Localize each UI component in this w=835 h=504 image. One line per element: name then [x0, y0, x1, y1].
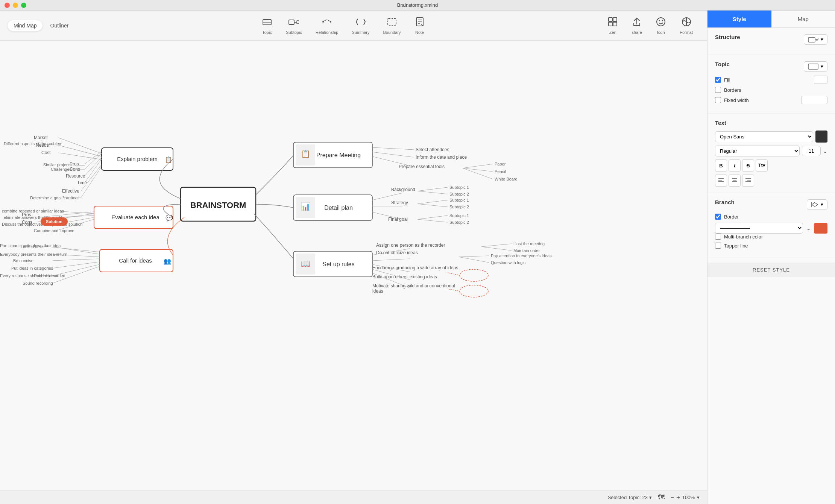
svg-point-18 [662, 20, 663, 21]
align-buttons [715, 175, 827, 187]
topic-row: Topic ▾ [715, 61, 827, 72]
reset-section: RESET STYLE [707, 258, 835, 282]
fill-label: Fill [724, 77, 730, 83]
maximize-button[interactable] [21, 3, 26, 8]
topic-title: Topic [715, 61, 730, 67]
svg-point-17 [659, 20, 660, 21]
text-title: Text [715, 120, 827, 126]
branch-color-swatch[interactable] [814, 223, 827, 234]
zoom-out-button[interactable]: − [671, 494, 674, 501]
toolbar-share[interactable]: share [625, 14, 649, 38]
window-title: Brainstormg.xmind [397, 2, 438, 8]
toolbar-format[interactable]: Format [673, 14, 700, 38]
titlebar: Brainstormg.xmind [0, 0, 835, 11]
tab-style[interactable]: Style [707, 11, 771, 27]
toolbar-note[interactable]: Note [408, 14, 432, 38]
multi-branch-checkbox[interactable] [715, 234, 721, 240]
toolbar-icon[interactable]: Icon [649, 14, 673, 38]
toolbar-summary[interactable]: Summary [345, 14, 376, 38]
reset-style-button[interactable]: RESET STYLE [707, 263, 835, 277]
font-style-select[interactable]: Regular [715, 146, 800, 156]
toolbar-boundary[interactable]: Boundary [376, 14, 407, 38]
align-center-button[interactable] [729, 175, 741, 187]
fill-color-swatch[interactable] [814, 76, 827, 84]
branch-shape-button[interactable]: ▾ [807, 199, 827, 210]
topic-icon [262, 17, 272, 29]
note-label: Note [415, 30, 424, 35]
svg-point-156 [816, 39, 818, 41]
svg-text:Question with logic: Question with logic [491, 260, 526, 265]
tapper-line-label: Tapper line [724, 243, 748, 249]
text-color-swatch[interactable] [815, 131, 827, 143]
align-left-button[interactable] [715, 175, 727, 187]
svg-rect-14 [609, 22, 612, 26]
tab-map[interactable]: Map [771, 11, 835, 27]
canvas[interactable]: BRAINSTORM Explain problem 📋 Market Need… [0, 41, 707, 504]
zoom-in-button[interactable]: + [676, 494, 680, 501]
font-row: Open Sans [715, 131, 827, 143]
zoom-controls: − + 100% ▾ [671, 494, 700, 501]
bold-button[interactable]: B [715, 159, 727, 172]
svg-text:Assign one person as the recor: Assign one person as the recorder [376, 243, 445, 248]
svg-text:Subtopic 1: Subtopic 1 [449, 213, 469, 218]
branch-row: Branch ▾ [715, 199, 827, 210]
minimize-button[interactable] [13, 3, 18, 8]
toolbar-zen[interactable]: Zen [601, 14, 625, 38]
chevron-down-icon[interactable]: ▾ [649, 495, 652, 500]
align-right-button[interactable] [742, 175, 754, 187]
borders-checkbox[interactable] [715, 87, 721, 93]
line-style-select[interactable]: —————— [715, 223, 803, 234]
summary-icon [355, 17, 366, 29]
selected-topic-item: Selected Topic: 23 ▾ [608, 495, 652, 500]
svg-rect-15 [613, 22, 617, 26]
topic-dropdown-icon: ▾ [821, 64, 823, 69]
format-dropdown-button[interactable]: Tt ▾ [756, 159, 768, 172]
italic-button[interactable]: I [729, 159, 741, 172]
style-size-row: Regular ⌄ [715, 146, 827, 156]
svg-text:Participants write down their : Participants write down their idea [0, 243, 61, 248]
statusbar: Selected Topic: 23 ▾ 🗺 − + 100% ▾ [0, 490, 707, 504]
zen-label: Zen [609, 30, 616, 35]
emoji-icon [656, 17, 666, 29]
summary-label: Summary [352, 30, 369, 35]
toolbar-subtopic[interactable]: Subtopic [279, 14, 309, 38]
selected-topic-count: 23 [642, 495, 648, 500]
format-buttons-row: B I S Tt ▾ [715, 159, 827, 172]
close-button[interactable] [5, 3, 10, 8]
fixed-width-checkbox[interactable] [715, 97, 721, 103]
fill-row: Fill [715, 76, 827, 84]
svg-text:Call for ideas: Call for ideas [119, 257, 152, 264]
selected-topic-label: Selected Topic: [608, 495, 641, 500]
border-checkbox[interactable] [715, 214, 721, 220]
subtopic-label: Subtopic [286, 30, 302, 35]
multi-branch-row: Multi-branch color [715, 234, 827, 240]
topic-shape-button[interactable]: ▾ [804, 61, 827, 72]
zoom-dropdown-icon[interactable]: ▾ [697, 495, 700, 500]
format-buttons: B I S Tt ▾ [715, 159, 768, 172]
font-select[interactable]: Open Sans [715, 131, 813, 142]
fill-checkbox[interactable] [715, 77, 721, 83]
toolbar-relationship[interactable]: Relationship [309, 14, 345, 38]
svg-text:Be concise: Be concise [13, 258, 33, 263]
fixed-width-input[interactable]: 123 px [801, 96, 827, 104]
structure-button[interactable]: ▾ [804, 34, 827, 45]
toolbar: Mind Map Outliner Topic Subtopic Relatio… [0, 11, 707, 41]
view-mindmap[interactable]: Mind Map [8, 20, 43, 31]
svg-text:Pencil: Pencil [495, 169, 506, 174]
tapper-line-checkbox[interactable] [715, 243, 721, 249]
size-stepper[interactable]: ⌄ [823, 148, 827, 154]
branch-color-row: —————— ⌄ [715, 223, 827, 234]
structure-section: Structure ▾ [707, 28, 835, 55]
strikethrough-button[interactable]: S [742, 159, 754, 172]
svg-text:Cost: Cost [41, 150, 51, 155]
view-switcher: Mind Map Outliner [8, 20, 75, 31]
font-size-input[interactable] [802, 146, 821, 156]
svg-rect-159 [808, 64, 818, 69]
toolbar-topic[interactable]: Topic [255, 14, 279, 38]
line-stepper[interactable]: ⌄ [806, 225, 811, 232]
svg-text:👥: 👥 [164, 258, 171, 265]
view-outliner[interactable]: Outliner [44, 20, 74, 31]
svg-text:Do not criticize ideas: Do not criticize ideas [376, 250, 418, 255]
svg-rect-13 [613, 18, 617, 21]
svg-text:Pros: Pros [22, 212, 31, 217]
